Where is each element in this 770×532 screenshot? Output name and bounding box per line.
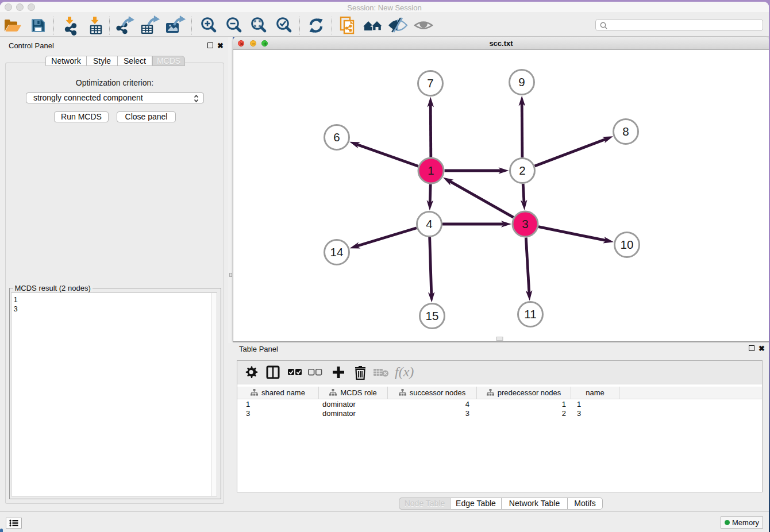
svg-text:6: 6 bbox=[333, 130, 340, 144]
svg-text:1: 1 bbox=[428, 164, 434, 177]
svg-text:11: 11 bbox=[524, 307, 536, 321]
svg-text:3: 3 bbox=[522, 217, 528, 230]
svg-text:10: 10 bbox=[621, 238, 634, 251]
svg-text:15: 15 bbox=[426, 309, 439, 322]
svg-text:14: 14 bbox=[330, 245, 344, 259]
svg-text:9: 9 bbox=[518, 75, 525, 88]
svg-text:7: 7 bbox=[427, 76, 433, 90]
svg-text:4: 4 bbox=[426, 217, 432, 230]
svg-text:2: 2 bbox=[519, 164, 525, 177]
svg-text:8: 8 bbox=[622, 125, 629, 138]
